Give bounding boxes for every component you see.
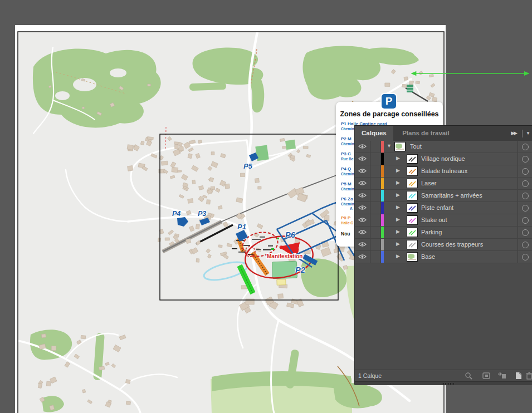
panel-resize-strip[interactable] xyxy=(355,381,532,385)
layer-name[interactable]: Laser xyxy=(421,180,437,186)
layer-name[interactable]: Balade traîneaux xyxy=(421,168,467,174)
layer-row-main[interactable]: ▶ Parking xyxy=(384,227,518,238)
expand-triangle-icon[interactable]: ▶ xyxy=(396,192,400,198)
lock-toggle[interactable] xyxy=(370,227,380,238)
layer-thumbnail[interactable] xyxy=(407,228,418,237)
layer-name[interactable]: Piste enfant xyxy=(421,204,453,211)
expand-triangle-icon[interactable]: ▶ xyxy=(396,204,400,210)
layer-target-circle[interactable] xyxy=(518,214,532,226)
layer-name[interactable]: Base xyxy=(421,253,435,260)
layer-name[interactable]: Courses des trappeurs xyxy=(421,241,483,248)
layer-target-circle[interactable] xyxy=(518,190,532,201)
layer-row-main[interactable]: ▶ Courses des trappeurs xyxy=(384,239,518,250)
layer-row-main[interactable]: ▶ Samaritains + arrivées xyxy=(384,190,518,201)
tab-plans-de-travail[interactable]: Plans de travail xyxy=(396,126,456,141)
tab-calques[interactable]: Calques xyxy=(355,126,393,141)
map-label-p5: P5 xyxy=(243,162,253,170)
layer-thumbnail[interactable] xyxy=(407,166,418,176)
visibility-toggle[interactable] xyxy=(355,165,370,177)
layer-row[interactable]: ▶ Parking xyxy=(355,227,532,239)
layer-row-main[interactable]: ▶ Stake out xyxy=(384,214,518,226)
layer-name[interactable]: Village nordique xyxy=(421,155,465,162)
layer-target-circle[interactable] xyxy=(518,202,532,214)
expand-triangle-icon[interactable]: ▶ xyxy=(396,241,400,247)
layer-name[interactable]: Parking xyxy=(421,229,442,235)
layer-thumbnail[interactable] xyxy=(407,252,418,262)
layer-thumbnail[interactable] xyxy=(407,154,418,164)
visibility-toggle[interactable] xyxy=(355,141,370,153)
visibility-toggle[interactable] xyxy=(355,214,370,226)
layer-row-main[interactable]: ▶ Base xyxy=(384,251,518,263)
visibility-toggle[interactable] xyxy=(355,190,370,201)
layer-row-main[interactable]: ▶ Balade traîneaux xyxy=(384,165,518,177)
layer-row[interactable]: ▶ Piste enfant xyxy=(355,202,532,214)
layer-row-main[interactable]: ▶ Piste enfant xyxy=(384,202,518,214)
visibility-toggle[interactable] xyxy=(355,227,370,238)
layer-row-main[interactable]: ▼ Tout xyxy=(384,141,518,153)
layer-row[interactable]: ▶ Courses des trappeurs xyxy=(355,239,532,251)
expand-triangle-icon[interactable]: ▶ xyxy=(396,229,400,234)
layer-row-main[interactable]: ▶ Laser xyxy=(384,178,518,189)
visibility-toggle[interactable] xyxy=(355,153,370,165)
layer-target-circle[interactable] xyxy=(518,141,532,153)
collapse-panel-icon[interactable]: ▶▶ xyxy=(511,130,516,136)
layer-target-circle[interactable] xyxy=(518,239,532,250)
layer-name[interactable]: Tout xyxy=(410,143,422,150)
expand-triangle-icon[interactable]: ▼ xyxy=(387,143,392,149)
layer-thumbnail[interactable] xyxy=(407,203,418,213)
new-sublayer-icon[interactable] xyxy=(497,371,506,380)
layer-thumbnail[interactable] xyxy=(407,215,418,225)
expand-triangle-icon[interactable]: ▶ xyxy=(396,217,400,222)
lock-toggle[interactable] xyxy=(370,202,380,214)
visibility-toggle[interactable] xyxy=(355,178,370,189)
layer-name[interactable]: Samaritains + arrivées xyxy=(421,192,482,199)
layer-target-circle[interactable] xyxy=(518,178,532,189)
layer-row-main[interactable]: ▶ Village nordique xyxy=(384,153,518,165)
layer-thumbnail[interactable] xyxy=(407,240,418,249)
visibility-toggle[interactable] xyxy=(355,251,370,263)
delete-layer-icon[interactable] xyxy=(525,371,532,380)
layer-row[interactable]: ▶ Stake out xyxy=(355,214,532,227)
lock-toggle[interactable] xyxy=(370,165,380,177)
visibility-toggle[interactable] xyxy=(355,202,370,214)
panel-menu-icon[interactable]: ▼ xyxy=(526,131,530,136)
tab-divider xyxy=(522,130,523,137)
lock-toggle[interactable] xyxy=(370,239,380,250)
lock-toggle[interactable] xyxy=(370,251,380,263)
lock-toggle[interactable] xyxy=(370,214,380,226)
layer-thumbnail[interactable] xyxy=(394,142,406,151)
layer-thumbnail[interactable] xyxy=(407,179,418,188)
illustrator-workspace: P4 P3 P1 P5 P6 P2 Manifestation P Zones … xyxy=(0,0,532,413)
expand-triangle-icon[interactable]: ▶ xyxy=(396,155,400,161)
layer-target-circle[interactable] xyxy=(518,227,532,238)
eye-icon xyxy=(358,205,367,210)
layer-target-circle[interactable] xyxy=(518,153,532,165)
lock-toggle[interactable] xyxy=(370,141,380,153)
layer-name[interactable]: Stake out xyxy=(421,217,447,223)
expand-triangle-icon[interactable]: ▶ xyxy=(396,253,400,259)
layer-row[interactable]: ▶ Laser xyxy=(355,178,532,190)
layer-row[interactable]: ▶ Base xyxy=(355,251,532,263)
new-layer-icon[interactable] xyxy=(514,371,523,380)
lock-toggle[interactable] xyxy=(370,178,380,189)
expand-triangle-icon[interactable]: ▶ xyxy=(396,180,400,185)
lock-toggle[interactable] xyxy=(370,190,380,201)
layer-row[interactable]: ▶ Village nordique xyxy=(355,153,532,165)
panel-resize-grip[interactable] xyxy=(442,383,455,385)
layer-row[interactable]: ▶ Balade traîneaux xyxy=(355,165,532,178)
visibility-toggle[interactable] xyxy=(355,239,370,250)
target-ring-icon xyxy=(522,217,529,224)
layer-color-bar xyxy=(381,227,384,238)
lock-toggle[interactable] xyxy=(370,153,380,165)
legend-title: Zones de parcage conseillées xyxy=(336,110,443,118)
layer-thumbnail[interactable] xyxy=(407,191,418,200)
expand-triangle-icon[interactable]: ▶ xyxy=(396,168,400,173)
layer-target-circle[interactable] xyxy=(518,251,532,263)
layer-target-circle[interactable] xyxy=(518,165,532,177)
layer-row[interactable]: ▶ Samaritains + arrivées xyxy=(355,190,532,202)
locate-object-icon[interactable] xyxy=(464,371,473,380)
target-ring-icon xyxy=(522,168,529,175)
layer-row[interactable]: ▼ Tout xyxy=(355,141,532,153)
layer-color-bar xyxy=(381,153,384,165)
clipping-mask-icon[interactable] xyxy=(482,371,491,380)
